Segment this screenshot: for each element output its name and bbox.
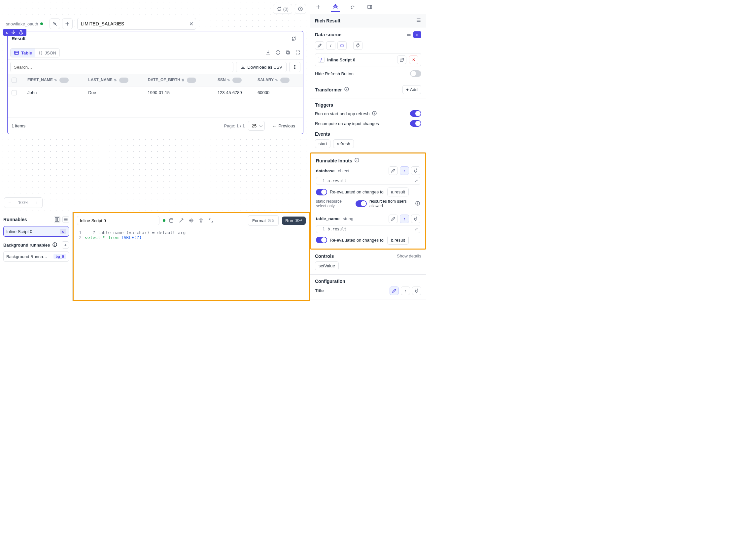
list-icon[interactable] [406,32,411,38]
input-table-plug-button[interactable] [411,215,420,223]
input-db-plug-button[interactable] [411,166,420,175]
plug-datasource-button[interactable] [353,41,362,50]
info-icon[interactable] [344,86,349,93]
add-component-button[interactable] [62,18,73,29]
control-setvalue[interactable]: setValue [315,261,339,270]
info-icon[interactable] [372,111,377,117]
inspector-tab-components[interactable] [331,2,340,12]
clear-title-icon[interactable]: ✕ [189,21,193,27]
event-start[interactable]: start [315,139,330,148]
bg-runnable-item[interactable]: Background Runna… bg_0 [3,251,69,262]
config-title-plug-button[interactable] [412,287,421,295]
config-title-edit-button[interactable] [390,287,399,295]
input-db-reval-toggle[interactable] [316,189,327,195]
inline-script-pill[interactable]: ƒ Inline Script 0 ✕ [315,53,421,66]
editor-title-input[interactable] [77,216,159,225]
wand-icon[interactable] [179,218,184,223]
list-icon[interactable] [416,17,421,24]
svg-rect-15 [368,5,372,9]
code-editor[interactable]: 1-- ? table_name (varchar) = default arg… [74,228,309,300]
input-table-expression[interactable]: 1 b.result ⤢ [316,225,420,233]
zoom-in-button[interactable]: + [32,198,42,208]
resources-users-toggle[interactable] [356,200,367,207]
col-filter-toggle[interactable] [59,78,69,83]
copy-icon[interactable] [285,50,291,56]
previous-page-button[interactable]: ← Previous [268,120,299,131]
run-button[interactable]: Run ⌘↵ [282,217,306,225]
connector-pill[interactable]: snowflake_oauth [3,20,46,28]
col-filter-toggle[interactable] [187,78,196,83]
anchor-icon[interactable] [17,29,25,35]
input-table-fx-button[interactable]: ƒ [400,215,409,223]
col-date-of-birth[interactable]: DATE_OF_BIRTH⇅ [144,74,214,86]
svg-point-6 [294,65,295,66]
fx-datasource-button[interactable]: ƒ [326,41,335,50]
zoom-out-button[interactable]: − [4,198,15,208]
canvas-refresh-button[interactable]: (0) [273,4,292,14]
download-icon[interactable] [265,50,271,56]
select-all-checkbox[interactable] [12,78,17,83]
col-filter-toggle[interactable] [119,78,128,83]
expand-editor-icon[interactable]: ⤢ [415,179,418,183]
expand-icon[interactable] [295,50,300,56]
input-db-edit-button[interactable] [389,166,398,175]
col-last-name[interactable]: LAST_NAME⇅ [84,74,144,86]
input-table-edit-button[interactable] [389,215,398,223]
input-table-reval-target[interactable]: b.result [387,236,409,245]
inspector-tab-styles[interactable] [348,2,357,12]
tab-json[interactable]: {} JSON [35,49,59,57]
format-button[interactable]: Format ⌘S [248,215,279,226]
table-row[interactable]: John Doe 1990-01-15 123-45-6789 60000 [8,86,303,99]
download-csv-button[interactable]: Download as CSV [236,62,287,72]
add-transformer-button[interactable]: Add [402,85,421,94]
canvas-history-button[interactable] [295,4,306,14]
input-db-fx-button[interactable]: ƒ [400,166,409,175]
tab-table[interactable]: Table [11,49,35,57]
edit-datasource-button[interactable] [315,41,324,50]
format-shortcut: ⌘S [268,218,274,223]
trash-icon[interactable] [198,218,204,223]
row-checkbox[interactable] [12,90,17,95]
runnable-item-inline-script-0[interactable]: Inline Script 0 c [3,226,69,237]
inspector-collapse[interactable] [365,2,426,12]
database-icon[interactable] [169,218,174,223]
col-salary[interactable]: SALARY⇅ [254,74,303,86]
info-icon[interactable] [52,242,57,248]
col-filter-toggle[interactable] [280,78,290,83]
open-script-button[interactable] [397,55,406,64]
info-icon[interactable] [275,50,281,56]
input-db-reval-target[interactable]: a.result [387,187,409,196]
component-title-input[interactable] [77,18,196,30]
expand-icon[interactable] [208,218,214,223]
trigger-refresh-toggle[interactable] [410,110,421,117]
table-search-input[interactable] [10,62,233,72]
inspector-tab-add[interactable] [314,2,323,12]
result-refresh-button[interactable] [289,33,299,44]
expand-editor-icon[interactable]: ⤢ [415,227,418,231]
sort-icon: ⇅ [54,78,57,82]
event-refresh[interactable]: refresh [333,139,354,148]
gear-icon[interactable] [189,218,194,223]
table-more-button[interactable] [289,62,300,72]
hide-refresh-toggle[interactable] [410,70,421,77]
col-ssn[interactable]: SSN⇅ [214,74,254,86]
delete-script-button[interactable]: ✕ [409,55,418,64]
trigger-recompute-toggle[interactable] [410,120,421,127]
page-size-select[interactable]: 25 [248,121,265,131]
input-table-reval-toggle[interactable] [316,237,327,243]
info-icon[interactable] [354,157,360,164]
info-icon[interactable] [415,201,420,207]
col-filter-toggle[interactable] [232,78,242,83]
config-title-fx-button[interactable]: ƒ [401,287,410,295]
runnables-layout-icon[interactable] [54,216,60,223]
code-datasource-button[interactable] [337,41,347,50]
col-first-name[interactable]: FIRST_NAME⇅ [23,74,84,86]
add-bg-runnable-button[interactable]: + [62,241,69,249]
move-down-icon[interactable] [9,29,17,35]
runnables-list-icon[interactable] [62,216,69,223]
svg-point-12 [170,219,173,220]
show-details-link[interactable]: Show details [397,254,421,258]
link-off-icon[interactable] [50,18,60,29]
input-db-expression[interactable]: 1 a.result ⤢ [316,177,420,185]
component-id-badge[interactable]: c [3,29,26,36]
